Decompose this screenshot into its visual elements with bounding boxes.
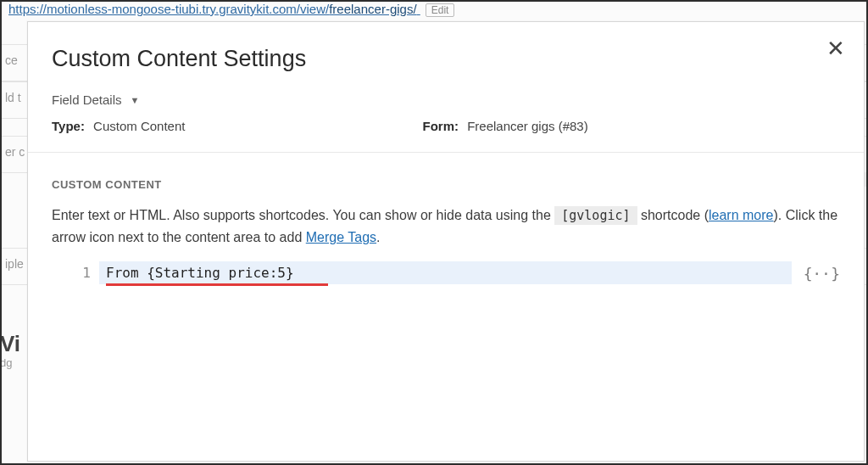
merge-tags-link[interactable]: Merge Tags: [306, 230, 376, 244]
page-url: https://motionless-mongoose-tiubi.try.gr…: [8, 2, 454, 17]
code-gutter: 1: [52, 261, 99, 397]
field-type: Type: Custom Content: [52, 119, 185, 133]
modal-title: Custom Content Settings: [52, 46, 840, 72]
field-form-value: Freelancer gigs (#83): [467, 119, 588, 133]
field-type-value: Custom Content: [93, 119, 185, 133]
field-form: Form: Freelancer gigs (#83): [422, 119, 587, 133]
edit-slug-button[interactable]: Edit: [426, 3, 455, 17]
bg-cell: er c: [0, 137, 30, 172]
code-editor-wrap: 1 From {Starting price:5} {⋅⋅}: [52, 261, 840, 397]
help-text: Enter text or HTML. Also supports shortc…: [52, 204, 840, 249]
custom-content-settings-modal: ✕ Custom Content Settings Field Details …: [27, 21, 865, 462]
page-url-slug: freelancer-gigs/: [329, 2, 416, 16]
line-number: 1: [55, 265, 91, 281]
field-details-toggle[interactable]: Field Details ▼: [52, 92, 139, 107]
field-type-label: Type:: [52, 119, 85, 133]
shortcode-chip: [gvlogic]: [554, 206, 637, 225]
braces-icon: {⋅⋅}: [804, 265, 840, 283]
bg-cell: ld t: [0, 82, 26, 118]
help-text-part: Enter text or HTML. Also supports shortc…: [52, 208, 554, 222]
modal-body: CUSTOM CONTENT Enter text or HTML. Also …: [28, 153, 864, 461]
section-label: CUSTOM CONTENT: [52, 178, 840, 191]
page-url-prefix: https://motionless-mongoose-tiubi.try.gr…: [8, 2, 329, 16]
help-text-part: shortcode (: [641, 208, 709, 222]
learn-more-link[interactable]: learn more: [709, 208, 773, 222]
code-area[interactable]: From {Starting price:5}: [99, 261, 792, 397]
bg-cell: iple: [0, 249, 29, 284]
code-line: From {Starting price:5}: [99, 261, 792, 284]
chevron-down-icon: ▼: [131, 95, 140, 105]
close-button[interactable]: ✕: [826, 37, 845, 59]
bg-heading-fragment: Vi: [0, 331, 20, 357]
field-details-label: Field Details: [52, 92, 122, 107]
bg-text-fragment: dg: [0, 356, 12, 369]
help-text-part: .: [376, 230, 380, 244]
modal-header: ✕ Custom Content Settings Field Details …: [28, 22, 864, 153]
merge-tag-icon[interactable]: {⋅⋅}: [804, 261, 840, 283]
close-icon: ✕: [826, 36, 845, 61]
bg-cell: ce: [0, 45, 23, 81]
field-meta-row: Type: Custom Content Form: Freelancer gi…: [52, 119, 840, 133]
code-editor[interactable]: 1 From {Starting price:5}: [52, 261, 792, 397]
field-form-label: Form:: [422, 119, 459, 133]
annotation-underline: [106, 283, 328, 286]
